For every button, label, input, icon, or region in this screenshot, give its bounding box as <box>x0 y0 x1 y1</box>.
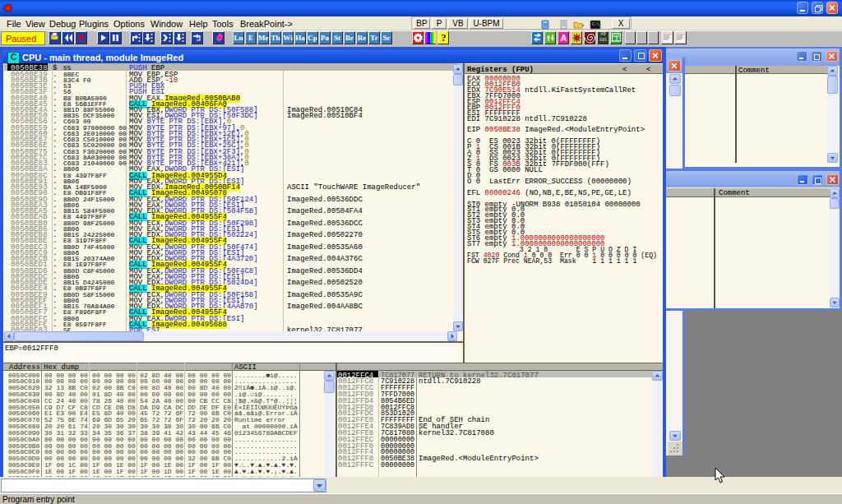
svg-text:C:\: C:\ <box>592 21 599 26</box>
